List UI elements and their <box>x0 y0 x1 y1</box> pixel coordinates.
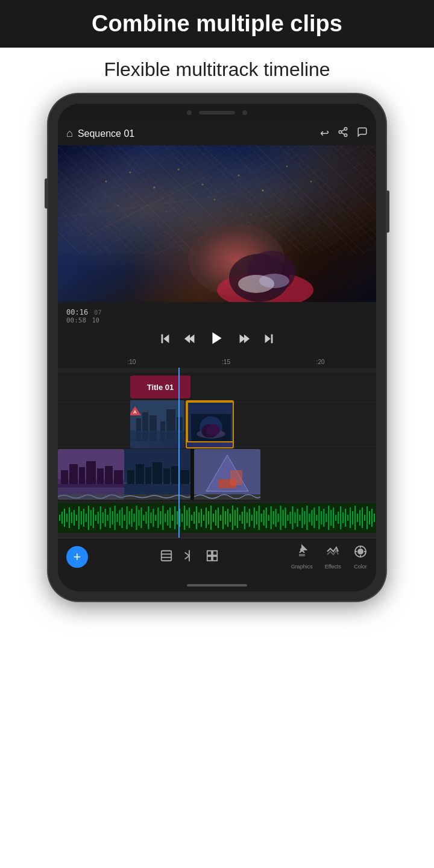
svg-rect-137 <box>193 512 195 524</box>
svg-rect-172 <box>278 514 279 522</box>
svg-rect-99 <box>102 512 104 523</box>
title-clip[interactable]: Title 01 <box>130 376 190 398</box>
svg-rect-150 <box>225 511 226 524</box>
svg-rect-87 <box>74 510 75 526</box>
shoe-svg <box>205 218 326 302</box>
svg-point-49 <box>206 424 220 436</box>
sticker-tool-button[interactable] <box>206 549 219 565</box>
play-button[interactable] <box>209 330 225 350</box>
svg-rect-183 <box>304 511 305 524</box>
svg-point-9 <box>178 169 180 171</box>
svg-rect-180 <box>297 509 298 527</box>
svg-rect-191 <box>323 509 324 527</box>
home-indicator <box>58 579 376 591</box>
svg-rect-104 <box>115 506 116 530</box>
svg-rect-171 <box>275 509 277 527</box>
graphics-tool-button[interactable]: Graphics <box>291 544 313 570</box>
svg-rect-153 <box>232 506 233 530</box>
svg-rect-142 <box>206 508 207 528</box>
svg-rect-81 <box>59 515 60 521</box>
svg-rect-186 <box>311 510 312 526</box>
broll-clip-1[interactable]: A <box>130 400 184 448</box>
svg-rect-105 <box>117 514 118 522</box>
ruler-mark-15: :15 <box>179 359 274 365</box>
svg-rect-132 <box>181 514 183 522</box>
svg-rect-164 <box>259 506 260 530</box>
svg-rect-149 <box>222 506 224 529</box>
toolbar-left-tools <box>160 549 219 565</box>
skip-to-end-button[interactable] <box>262 332 275 349</box>
svg-rect-78 <box>230 470 242 485</box>
svg-rect-177 <box>290 512 291 524</box>
svg-rect-224 <box>300 555 304 556</box>
add-button[interactable]: + <box>66 546 88 568</box>
svg-rect-213 <box>162 550 172 561</box>
playback-section: 00:16 07 00:58 10 <box>58 302 376 356</box>
sticker-icon <box>206 549 219 565</box>
svg-rect-147 <box>218 508 219 528</box>
main-video-track <box>58 447 376 502</box>
phone-wrapper: ⌂ Sequence 01 ↩ <box>0 94 434 613</box>
chat-icon[interactable] <box>357 127 368 140</box>
trim-icon <box>160 549 173 565</box>
svg-rect-124 <box>162 506 163 530</box>
svg-rect-84 <box>66 514 68 522</box>
svg-rect-40 <box>130 430 184 441</box>
svg-point-13 <box>286 166 288 168</box>
split-tool-button[interactable] <box>183 549 196 565</box>
svg-rect-122 <box>157 508 159 528</box>
phone-outer: ⌂ Sequence 01 ↩ <box>48 94 386 601</box>
svg-rect-198 <box>340 506 341 529</box>
color-tool-button[interactable]: Color <box>353 544 368 570</box>
svg-rect-155 <box>237 508 238 528</box>
app-content: ⌂ Sequence 01 ↩ <box>58 122 376 591</box>
svg-point-11 <box>238 175 240 177</box>
svg-rect-111 <box>131 509 133 527</box>
svg-point-14 <box>310 181 312 183</box>
svg-rect-169 <box>271 506 272 529</box>
timeline-area[interactable]: Title 01 <box>58 368 376 538</box>
home-bar <box>187 584 247 587</box>
svg-point-23 <box>259 274 289 288</box>
main-clip-1[interactable] <box>58 449 124 500</box>
effects-label: Effects <box>325 564 341 570</box>
color-label: Color <box>354 564 367 570</box>
main-clip-3[interactable] <box>194 449 260 500</box>
frame-forward-button[interactable] <box>237 332 250 349</box>
svg-point-12 <box>262 190 264 192</box>
undo-icon[interactable]: ↩ <box>320 127 329 140</box>
effects-tool-button[interactable]: Effects <box>325 544 341 570</box>
svg-rect-32 <box>271 334 273 343</box>
svg-rect-204 <box>354 506 356 530</box>
svg-rect-127 <box>169 508 171 528</box>
skip-to-start-button[interactable] <box>159 332 172 349</box>
svg-rect-175 <box>285 508 286 528</box>
svg-rect-138 <box>196 506 197 529</box>
svg-rect-61 <box>58 494 124 500</box>
svg-point-0 <box>344 128 347 131</box>
trim-tool-button[interactable] <box>160 549 173 565</box>
svg-rect-135 <box>189 508 190 528</box>
svg-rect-146 <box>215 510 216 526</box>
svg-rect-194 <box>330 510 332 526</box>
svg-point-2 <box>344 134 347 137</box>
svg-rect-136 <box>191 515 192 521</box>
effects-icon <box>326 544 340 562</box>
top-bar: ⌂ Sequence 01 ↩ <box>58 122 376 145</box>
svg-rect-187 <box>313 508 315 528</box>
frame-back-button[interactable] <box>184 332 197 349</box>
home-icon[interactable]: ⌂ <box>66 127 73 140</box>
svg-rect-166 <box>263 510 265 526</box>
svg-rect-195 <box>333 508 334 528</box>
svg-rect-118 <box>148 506 149 529</box>
main-clip-2[interactable] <box>124 449 190 500</box>
share-icon[interactable] <box>338 127 348 140</box>
ruler-mark-10: :10 <box>84 359 179 365</box>
broll-clip-2[interactable] <box>186 400 234 448</box>
split-icon <box>183 549 196 565</box>
svg-rect-115 <box>140 508 142 528</box>
svg-rect-162 <box>254 508 255 528</box>
video-preview <box>58 145 376 302</box>
svg-marker-24 <box>163 334 169 343</box>
camera-left <box>187 110 192 115</box>
